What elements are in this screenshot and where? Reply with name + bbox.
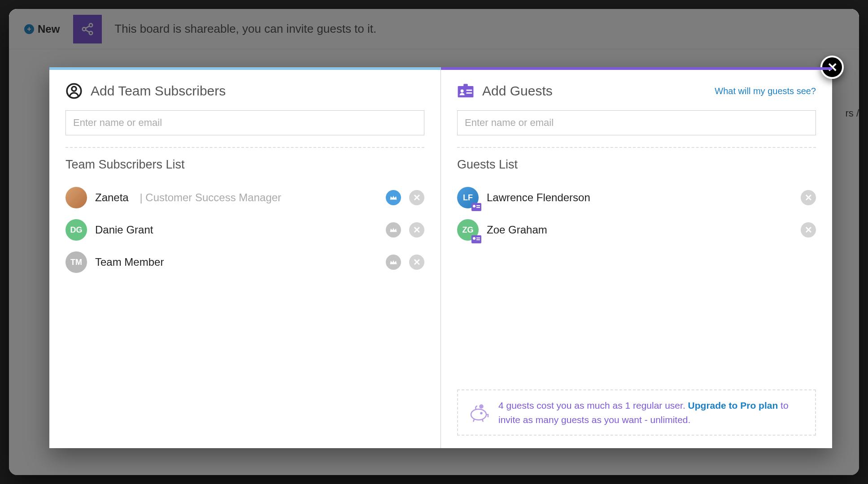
owner-toggle[interactable] [386,222,401,238]
close-icon: ✕ [413,257,421,268]
team-pane-title: Add Team Subscribers [91,83,226,99]
upgrade-text-1: 4 guests cost you as much as 1 regular u… [498,400,688,411]
team-row: TM Team Member ✕ [65,246,424,278]
person-icon [65,82,83,99]
team-row: Zaneta | Customer Success Manager ✕ [65,182,424,214]
crown-icon [389,227,397,233]
remove-button[interactable]: ✕ [801,190,816,205]
upgrade-link[interactable]: Upgrade to Pro plan [688,400,778,411]
svg-rect-11 [467,92,472,94]
crown-icon [389,195,397,200]
close-icon: ✕ [413,192,421,203]
svg-point-12 [471,409,486,420]
avatar: LF [457,187,479,208]
remove-button[interactable]: ✕ [409,222,424,238]
member-title: | Customer Success Manager [137,191,281,204]
svg-point-9 [461,90,464,93]
guests-list-title: Guests List [457,158,816,172]
avatar-initials: ZG [462,225,474,235]
crown-icon [389,259,397,265]
team-subscribers-pane: Add Team Subscribers Team Subscribers Li… [49,67,441,448]
divider [457,147,816,148]
member-name: Zaneta [95,191,129,204]
guest-name: Lawrence Flenderson [487,191,590,204]
id-card-icon [457,82,474,99]
guest-row: LF Lawrence Flenderson ✕ [457,182,816,214]
close-icon: ✕ [805,192,812,203]
piggy-bank-icon [468,403,489,423]
guest-name: Zoe Graham [487,224,547,236]
team-search-input[interactable] [65,110,424,135]
remove-button[interactable]: ✕ [409,190,424,205]
remove-button[interactable]: ✕ [409,255,424,270]
guest-row: ZG Zoe Graham ✕ [457,214,816,246]
owner-toggle[interactable] [386,255,401,270]
team-pane-header: Add Team Subscribers [65,82,424,99]
avatar [65,187,87,208]
owner-badge[interactable] [386,190,401,205]
member-name: Team Member [95,256,164,268]
svg-point-6 [72,86,76,91]
avatar-initials: LF [463,193,473,203]
avatar: ZG [457,219,479,241]
share-modal: ✕ Add Team Subscribers Team Subscribers … [49,67,832,448]
svg-rect-10 [467,90,472,91]
team-list-title: Team Subscribers List [65,158,424,172]
svg-point-13 [481,412,482,414]
team-row: DG Danie Grant ✕ [65,214,424,246]
close-icon: ✕ [413,225,421,235]
guest-badge-icon [471,235,481,243]
guest-search-input[interactable] [457,110,816,135]
app-frame: + New This board is shareable, you can i… [9,9,859,475]
close-icon: ✕ [805,225,812,235]
avatar-initials: DG [70,225,83,235]
avatar: DG [65,219,87,241]
guests-pane-title: Add Guests [482,83,553,99]
member-name: Danie Grant [95,224,153,236]
divider [65,147,424,148]
avatar: TM [65,251,87,273]
guests-pane: What will my guests see? Add Guests Gues… [441,67,832,448]
avatar-initials: TM [70,258,82,267]
guest-badge-icon [471,203,481,211]
upgrade-callout: 4 guests cost you as much as 1 regular u… [457,389,816,436]
remove-button[interactable]: ✕ [801,222,816,238]
svg-rect-8 [463,84,468,87]
upgrade-text: 4 guests cost you as much as 1 regular u… [498,398,805,427]
guests-help-link[interactable]: What will my guests see? [715,86,816,96]
svg-rect-7 [458,86,474,97]
